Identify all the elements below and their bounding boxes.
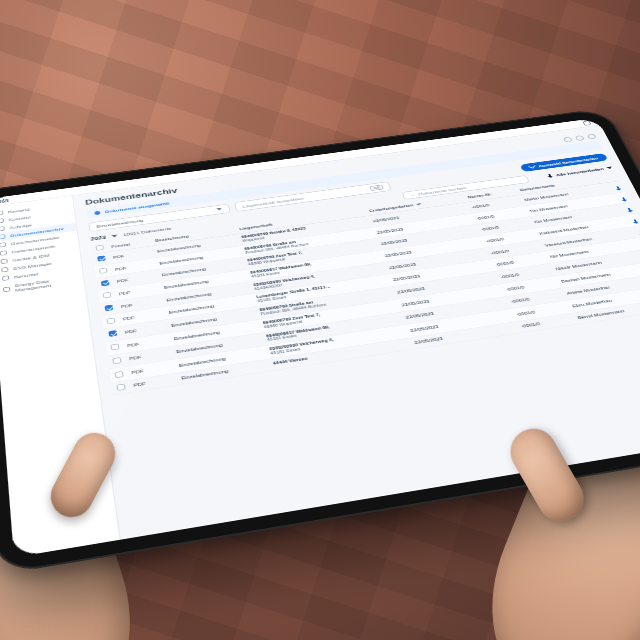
row-checkbox[interactable]: [99, 268, 108, 274]
cell-liegenschaft: 44444 Viersen: [267, 338, 412, 371]
select-all-checkbox[interactable]: [95, 245, 103, 251]
cell-format: PDF: [122, 333, 171, 353]
cell-bezeichnung: Einzelabrechnung: [165, 307, 257, 333]
row-checkbox[interactable]: [112, 357, 121, 364]
help-icon[interactable]: [562, 137, 572, 143]
topbar-action-icon[interactable]: [582, 121, 591, 126]
row-checkbox[interactable]: [104, 305, 113, 312]
cell-erstellung: 22/05/2023: [404, 309, 515, 338]
nav-icon: [2, 276, 9, 282]
cell-bezeichnung: Einzelabrechnung: [175, 359, 270, 385]
row-checkbox[interactable]: [110, 344, 119, 351]
cell-erstellung: 22/05/2023: [408, 322, 519, 350]
cell-nutzer: -0001/0: [515, 313, 577, 333]
filter-document-type-value: Einzelabrechnung: [96, 218, 144, 229]
nav-icon: [0, 259, 7, 264]
download-icon: [546, 174, 553, 178]
nav-icon: [2, 286, 9, 292]
cell-bezeichnung: Einzelabrechnung: [170, 333, 263, 360]
nav-icon: [0, 234, 5, 239]
cell-bezeichnung: Einzelabrechnung: [168, 320, 261, 346]
info-icon: [94, 211, 100, 215]
year-filter[interactable]: 2023: [90, 234, 106, 242]
chevron-down-icon: [606, 166, 612, 169]
cell-format: PDF: [118, 307, 166, 327]
cell-format: PDF: [126, 360, 176, 381]
cell-liegenschaft: 0305292900 Velcherweg 4,45181 Essen: [264, 325, 408, 359]
keyboard-hint: ⌘K: [369, 185, 384, 191]
cell-format: PDF: [120, 320, 168, 340]
nav-icon: [0, 211, 3, 216]
cell-liegenschaft: 6946009817 Waldsaum 99,45181 Essen: [261, 312, 404, 346]
sort-icon: [415, 203, 421, 206]
print-icon[interactable]: [574, 135, 584, 141]
cell-format: PDF: [128, 373, 178, 392]
table-row[interactable]: PDFEinzelabrechnung44444 Viersen22/05/20…: [111, 297, 640, 395]
nav-icon: [0, 226, 4, 231]
cell-format: PDF: [124, 346, 173, 367]
search-icon: ⌕: [410, 193, 415, 198]
row-checkbox[interactable]: [114, 371, 123, 378]
row-checkbox[interactable]: [116, 384, 125, 391]
row-checkbox[interactable]: [106, 318, 115, 325]
row-checkbox[interactable]: [102, 292, 111, 298]
chevron-down-icon: [216, 208, 222, 211]
row-checkbox[interactable]: [100, 280, 109, 286]
nav-icon: [1, 267, 8, 272]
row-checkbox[interactable]: [108, 331, 117, 338]
chevron-down-icon: [111, 234, 117, 237]
nav-icon: [0, 251, 7, 256]
row-checkbox[interactable]: [97, 256, 106, 262]
nav-icon: [0, 218, 4, 223]
user-avatar[interactable]: [586, 133, 596, 139]
cell-bezeichnung: Einzelabrechnung: [173, 346, 267, 373]
nav-icon: [0, 242, 6, 247]
